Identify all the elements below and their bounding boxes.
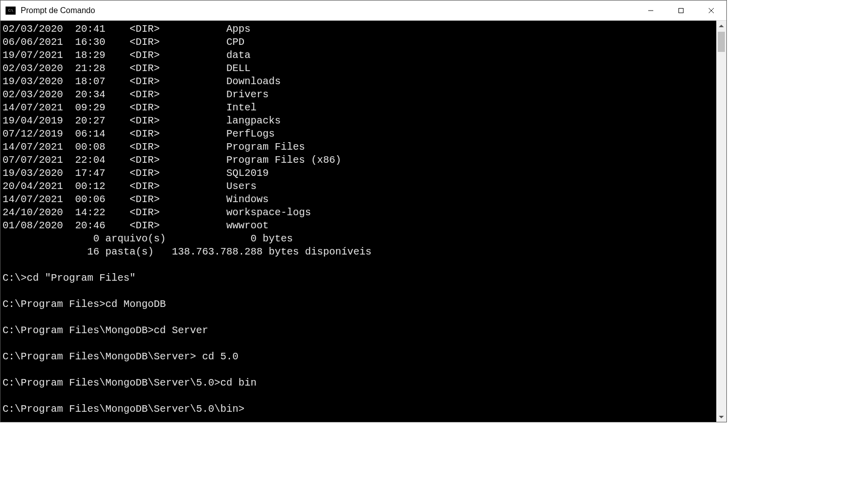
cmd-icon xyxy=(6,7,16,15)
close-button[interactable] xyxy=(696,1,726,20)
terminal-area: 02/03/2020 20:41 <DIR> Apps 06/06/2021 1… xyxy=(1,21,726,422)
scroll-down-button[interactable] xyxy=(716,412,726,422)
chevron-down-icon xyxy=(719,416,724,418)
close-icon xyxy=(708,7,715,14)
chevron-up-icon xyxy=(719,25,724,27)
window-controls xyxy=(636,1,726,20)
terminal-output[interactable]: 02/03/2020 20:41 <DIR> Apps 06/06/2021 1… xyxy=(1,21,716,422)
maximize-button[interactable] xyxy=(666,1,696,20)
maximize-icon xyxy=(678,8,684,14)
scrollbar-thumb[interactable] xyxy=(718,32,725,52)
vertical-scrollbar[interactable] xyxy=(716,21,726,422)
window-title: Prompt de Comando xyxy=(21,6,636,15)
cmd-window: Prompt de Comando 02/03/2020 20:41 <DIR>… xyxy=(0,0,727,422)
titlebar[interactable]: Prompt de Comando xyxy=(1,1,726,21)
svg-rect-1 xyxy=(679,8,684,13)
scroll-up-button[interactable] xyxy=(716,21,726,31)
minimize-button[interactable] xyxy=(636,1,666,20)
minimize-icon xyxy=(648,8,654,14)
